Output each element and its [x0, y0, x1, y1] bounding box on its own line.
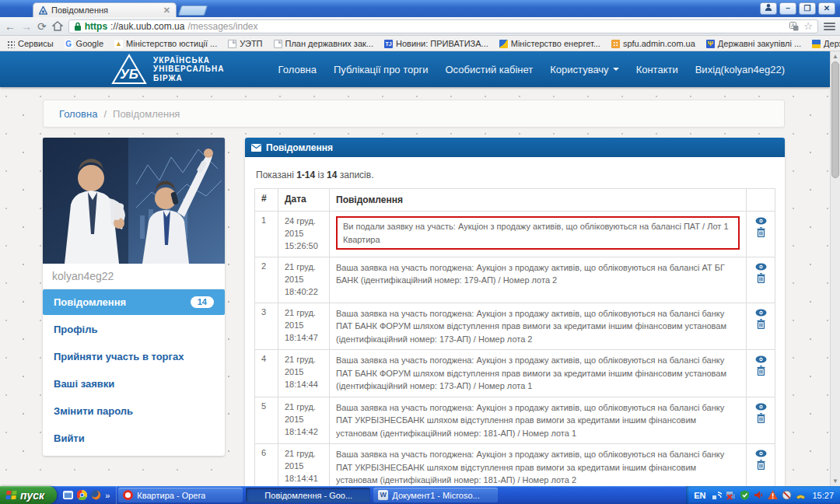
- table-row: 4 21 груд. 2015 18:14:44 Ваша заявка на …: [255, 350, 775, 397]
- bookmark-item[interactable]: План державних зак...: [274, 39, 373, 48]
- table-row: 2 21 груд. 2015 18:40:22 Ваша заявка на …: [255, 257, 775, 303]
- page-scrollbar[interactable]: ▲ ▼: [830, 51, 840, 486]
- refresh-button[interactable]: ⟳: [37, 21, 47, 32]
- task-app-icon: [250, 490, 261, 500]
- home-button[interactable]: [52, 21, 63, 31]
- new-tab-button[interactable]: [178, 5, 208, 16]
- bookmark-star-icon[interactable]: ☆: [803, 21, 813, 31]
- browser-tab[interactable]: Повідомлення ✕: [33, 2, 177, 17]
- url-path: /messages/index: [187, 21, 257, 32]
- view-message-icon[interactable]: [755, 450, 767, 457]
- uub-logo[interactable]: УБ УКРАЇНСЬКА УНІВЕРСАЛЬНА БІРЖА: [111, 54, 225, 85]
- view-message-icon[interactable]: [755, 309, 767, 317]
- bookmark-icon: Ψ: [706, 40, 715, 48]
- delete-message-icon[interactable]: [757, 460, 765, 470]
- panel-title: Повідомлення: [266, 142, 333, 153]
- table-row: 5 21 груд. 2015 18:14:42 Ваша заявка на …: [255, 397, 775, 445]
- taskbar-task-button[interactable]: W Документ1 - Microso...: [373, 488, 498, 502]
- scroll-up-icon[interactable]: ▲: [831, 51, 840, 61]
- sidebar-menu-item[interactable]: Ваші заявки: [43, 371, 225, 397]
- browser-menu-button[interactable]: [824, 23, 835, 30]
- site-menu-item[interactable]: Контакти: [636, 64, 678, 75]
- bookmark-item[interactable]: Державне космічне а...: [812, 39, 840, 48]
- delete-message-icon[interactable]: [757, 319, 765, 329]
- view-message-icon[interactable]: [755, 263, 767, 271]
- bookmark-item[interactable]: G Google: [65, 39, 103, 48]
- bookmark-item[interactable]: Міністерство енергет...: [499, 39, 600, 48]
- view-message-icon[interactable]: [755, 355, 767, 363]
- sidebar-menu-item[interactable]: Прийняти участь в торгах: [43, 344, 225, 369]
- taskbar-task-button[interactable]: Повідомлення - Goo...: [246, 488, 370, 502]
- browser-toolbar: ← → ⟳ https://auk.uub.com.ua/messages/in…: [0, 17, 840, 36]
- delete-message-icon[interactable]: [757, 413, 765, 423]
- site-navbar: УБ УКРАЇНСЬКА УНІВЕРСАЛЬНА БІРЖА Головна: [0, 51, 830, 87]
- site-menu-item[interactable]: Головна: [278, 64, 317, 75]
- bookmark-icon: [812, 40, 821, 48]
- network-error-icon[interactable]: [726, 490, 736, 500]
- scroll-down-icon[interactable]: ▼: [831, 476, 840, 486]
- breadcrumb-home-link[interactable]: Головна: [59, 108, 97, 120]
- close-button[interactable]: ✕: [818, 2, 835, 15]
- back-button[interactable]: ←: [5, 21, 16, 32]
- site-menu-item[interactable]: Користувачу: [550, 64, 618, 75]
- unread-count-badge: 14: [191, 296, 214, 308]
- sidebar-photo: [43, 138, 225, 264]
- delete-message-icon[interactable]: [757, 366, 765, 376]
- bookmark-item[interactable]: Ψ Державні закупівлі ...: [706, 39, 801, 48]
- delete-message-icon[interactable]: [757, 273, 765, 283]
- bookmark-icon: [611, 40, 620, 48]
- bookmark-item[interactable]: ▲ Міністерство юстиції ...: [114, 39, 217, 48]
- forward-button[interactable]: →: [21, 21, 32, 32]
- site-menu-item[interactable]: Вихід(kolyan4eg22): [695, 64, 785, 75]
- site-menu-item[interactable]: Особистий кабінет: [445, 64, 533, 75]
- sidebar-menu-item[interactable]: Повідомлення 14: [43, 289, 225, 315]
- minimize-button[interactable]: –: [779, 2, 796, 15]
- taskbar-task-button[interactable]: Квартира - Opera: [118, 488, 243, 502]
- warning-icon[interactable]: [768, 490, 778, 500]
- firefox-icon[interactable]: [91, 490, 101, 500]
- bookmark-item[interactable]: УЭТП: [228, 39, 262, 48]
- site-menu-item[interactable]: Публікації про торги: [334, 64, 428, 75]
- wireless-icon[interactable]: [712, 490, 722, 500]
- start-button[interactable]: пуск: [0, 486, 57, 504]
- bookmark-item[interactable]: TJ Новини: ПРИВАТИЗА...: [384, 39, 488, 48]
- sidebar-menu-item[interactable]: Змінити пароль: [43, 398, 225, 424]
- restore-button[interactable]: ❐: [799, 2, 816, 15]
- bookmark-item[interactable]: Сервисы: [6, 39, 54, 48]
- task-buttons: Квартира - Opera Повідомлення - Goo... W…: [117, 486, 499, 504]
- blocked-icon[interactable]: [782, 490, 792, 500]
- avatar-icon: [765, 3, 772, 11]
- view-message-icon[interactable]: [755, 217, 767, 225]
- messages-panel: Повідомлення Показані 1-14 із 14 записів…: [245, 138, 785, 486]
- volume-muted-icon[interactable]: [754, 490, 764, 500]
- sidebar-username: kolyan4eg22: [43, 264, 225, 289]
- messages-table: # Дата Повідомлення 1: [254, 188, 775, 486]
- taskbar: пуск » Квартира - Opera Повідомлення - G…: [0, 486, 840, 504]
- bookmark-icon: ▲: [114, 40, 123, 48]
- svg-text:УБ: УБ: [120, 67, 138, 82]
- delete-message-icon[interactable]: [757, 227, 765, 237]
- table-row: 3 21 груд. 2015 18:14:47 Ваша заявка на …: [255, 303, 775, 351]
- url-scheme: https: [85, 21, 107, 32]
- sidebar-menu-item[interactable]: Вийти: [43, 425, 225, 451]
- show-desktop-icon[interactable]: [63, 491, 73, 500]
- chrome-icon[interactable]: [77, 490, 87, 500]
- translate-icon[interactable]: A: [789, 22, 799, 31]
- quick-launch: »: [57, 486, 117, 504]
- language-indicator[interactable]: EN: [694, 491, 708, 500]
- bookmark-item[interactable]: spfu.admin.com.ua: [611, 39, 695, 48]
- sidebar-menu-item[interactable]: Профіль: [43, 317, 225, 342]
- site-favicon-icon: [39, 6, 47, 15]
- profile-avatar-button[interactable]: [760, 2, 777, 15]
- webpage: УБ УКРАЇНСЬКА УНІВЕРСАЛЬНА БІРЖА Головна: [0, 51, 830, 486]
- sidebar: kolyan4eg22 Повідомлення 14 Профіль: [43, 138, 225, 456]
- antivirus-shield-icon[interactable]: [740, 490, 750, 500]
- task-app-icon: W: [378, 490, 388, 500]
- address-bar[interactable]: https://auk.uub.com.ua/messages/index A …: [68, 19, 818, 33]
- scrollbar-thumb[interactable]: [831, 61, 839, 178]
- view-message-icon[interactable]: [755, 403, 767, 411]
- phone-icon[interactable]: [796, 490, 806, 500]
- bookmark-icon: [274, 40, 282, 48]
- quick-launch-overflow[interactable]: »: [105, 491, 110, 500]
- tab-close-icon[interactable]: ✕: [163, 5, 170, 16]
